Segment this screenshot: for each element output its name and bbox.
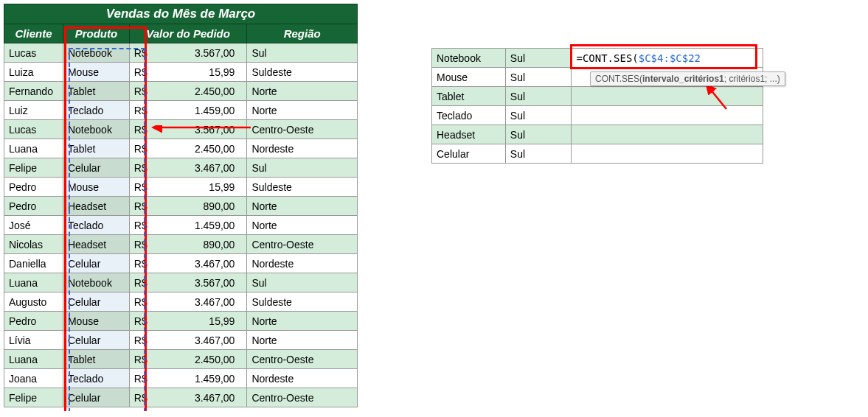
cell-cliente[interactable]: Daniella [4, 254, 63, 273]
cell-produto[interactable]: Celular [63, 158, 129, 178]
cell-regiao[interactable]: Sul [505, 49, 572, 68]
cell-valor[interactable]: R$1.459,00 [129, 101, 247, 120]
cell-regiao[interactable]: Centro-Oeste [247, 120, 358, 139]
cell-valor[interactable]: R$2.450,00 [129, 139, 247, 158]
cell-cliente[interactable]: Fernando [4, 82, 63, 101]
cell-regiao[interactable]: Centro-Oeste [247, 235, 358, 254]
cell-regiao[interactable]: Norte [247, 216, 358, 235]
cell-produto[interactable]: Tablet [63, 350, 129, 369]
cell-valor[interactable]: R$1.459,00 [129, 369, 247, 388]
cell-formula[interactable] [572, 144, 763, 164]
cell-produto[interactable]: Headset [63, 197, 129, 216]
table-row[interactable]: DaniellaCelularR$3.467,00Nordeste [4, 254, 358, 273]
cell-produto[interactable]: Tablet [432, 87, 506, 106]
table-row[interactable]: JoanaTecladoR$1.459,00Nordeste [4, 369, 358, 388]
table-row[interactable]: FelipeCelularR$3.467,00Sul [4, 158, 358, 178]
cell-regiao[interactable]: Nordeste [247, 369, 358, 388]
cell-regiao[interactable]: Norte [247, 82, 358, 101]
cell-regiao[interactable]: Sul [247, 158, 358, 178]
cell-regiao[interactable]: Sul [505, 125, 572, 144]
cell-cliente[interactable]: Pedro [4, 178, 63, 197]
cell-valor[interactable]: R$3.467,00 [129, 388, 247, 407]
table-row[interactable]: LuizTecladoR$1.459,00Norte [4, 101, 358, 120]
table-row[interactable]: PedroHeadsetR$890,00Norte [4, 197, 358, 216]
cell-produto[interactable]: Teclado [63, 216, 129, 235]
cell-cliente[interactable]: Pedro [4, 312, 63, 331]
header-cliente[interactable]: Cliente [4, 24, 63, 43]
cell-cliente[interactable]: Augusto [4, 292, 63, 312]
cell-formula[interactable] [572, 125, 763, 144]
cell-produto[interactable]: Headset [63, 235, 129, 254]
cell-formula[interactable] [572, 87, 763, 106]
cell-cliente[interactable]: Luiza [4, 63, 63, 82]
cell-cliente[interactable]: Luana [4, 139, 63, 158]
cell-valor[interactable]: R$2.450,00 [129, 350, 247, 369]
cell-cliente[interactable]: Lívia [4, 331, 63, 350]
cell-valor[interactable]: R$890,00 [129, 197, 247, 216]
cell-produto[interactable]: Notebook [63, 43, 129, 63]
table-row[interactable]: CelularSul [432, 144, 763, 164]
table-row[interactable]: HeadsetSul [432, 125, 763, 144]
table-row[interactable]: FernandoTabletR$2.450,00Norte [4, 82, 358, 101]
cell-cliente[interactable]: Luana [4, 350, 63, 369]
cell-regiao[interactable]: Nordeste [247, 139, 358, 158]
cell-cliente[interactable]: Lucas [4, 120, 63, 139]
table-row[interactable]: PedroMouseR$15,99Suldeste [4, 178, 358, 197]
cell-valor[interactable]: R$15,99 [129, 63, 247, 82]
cell-cliente[interactable]: Luana [4, 273, 63, 292]
cell-produto[interactable]: Tablet [63, 82, 129, 101]
cell-regiao[interactable]: Norte [247, 197, 358, 216]
cell-regiao[interactable]: Sul [505, 68, 572, 87]
cell-produto[interactable]: Teclado [432, 106, 506, 125]
cell-produto[interactable]: Celular [63, 388, 129, 407]
cell-cliente[interactable]: Nicolas [4, 235, 63, 254]
cell-produto[interactable]: Mouse [432, 68, 506, 87]
cell-cliente[interactable]: Luiz [4, 101, 63, 120]
cell-valor[interactable]: R$3.467,00 [129, 331, 247, 350]
table-row[interactable]: LuanaTabletR$2.450,00Centro-Oeste [4, 350, 358, 369]
header-valor[interactable]: Valor do Pedido [129, 24, 247, 43]
cell-produto[interactable]: Notebook [63, 120, 129, 139]
table-row[interactable]: LuizaMouseR$15,99Suldeste [4, 63, 358, 82]
cell-regiao[interactable]: Sul [247, 273, 358, 292]
table-row[interactable]: PedroMouseR$15,99Norte [4, 312, 358, 331]
cell-regiao[interactable]: Norte [247, 331, 358, 350]
cell-regiao[interactable]: Sul [247, 43, 358, 63]
cell-cliente[interactable]: Lucas [4, 43, 63, 63]
cell-valor[interactable]: R$3.467,00 [129, 292, 247, 312]
table-row[interactable]: FelipeCelularR$3.467,00Centro-Oeste [4, 388, 358, 407]
cell-regiao[interactable]: Norte [247, 101, 358, 120]
cell-formula[interactable] [572, 106, 763, 125]
cell-cliente[interactable]: Felipe [4, 158, 63, 178]
table-row[interactable]: JoséTecladoR$1.459,00Norte [4, 216, 358, 235]
table-row[interactable]: NicolasHeadsetR$890,00Centro-Oeste [4, 235, 358, 254]
header-regiao[interactable]: Região [247, 24, 358, 43]
sales-table[interactable]: Vendas do Mês de Março Cliente Produto V… [4, 4, 358, 407]
cell-regiao[interactable]: Sul [505, 87, 572, 106]
cell-formula[interactable]: =CONT.SES($C$4:$C$22 [572, 49, 763, 68]
cell-regiao[interactable]: Norte [247, 312, 358, 331]
cell-valor[interactable]: R$890,00 [129, 235, 247, 254]
cell-valor[interactable]: R$3.567,00 [129, 43, 247, 63]
cell-regiao[interactable]: Sul [505, 106, 572, 125]
cell-cliente[interactable]: Joana [4, 369, 63, 388]
cell-produto[interactable]: Celular [63, 331, 129, 350]
cell-cliente[interactable]: Pedro [4, 197, 63, 216]
cell-produto[interactable]: Celular [432, 144, 506, 164]
cell-valor[interactable]: R$3.467,00 [129, 158, 247, 178]
cell-produto[interactable]: Tablet [63, 139, 129, 158]
cell-produto[interactable]: Mouse [63, 178, 129, 197]
cell-regiao[interactable]: Suldeste [247, 178, 358, 197]
cell-produto[interactable]: Headset [432, 125, 506, 144]
cell-regiao[interactable]: Nordeste [247, 254, 358, 273]
cell-produto[interactable]: Celular [63, 292, 129, 312]
cell-produto[interactable]: Teclado [63, 369, 129, 388]
cell-produto[interactable]: Notebook [432, 49, 506, 68]
cell-valor[interactable]: R$15,99 [129, 178, 247, 197]
cell-valor[interactable]: R$2.450,00 [129, 82, 247, 101]
cell-valor[interactable]: R$3.467,00 [129, 254, 247, 273]
cell-cliente[interactable]: Felipe [4, 388, 63, 407]
cell-produto[interactable]: Mouse [63, 63, 129, 82]
header-produto[interactable]: Produto [63, 24, 129, 43]
table-row[interactable]: LíviaCelularR$3.467,00Norte [4, 331, 358, 350]
